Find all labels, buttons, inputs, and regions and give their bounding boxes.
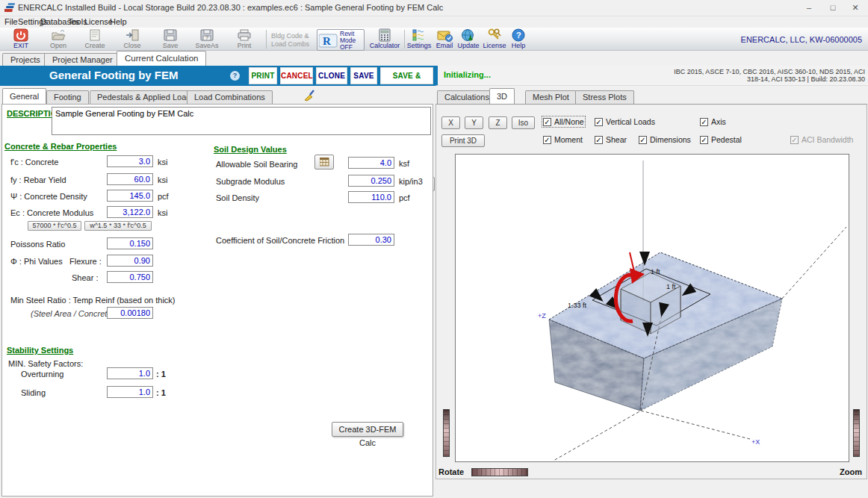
left-rotate-slider[interactable]: [443, 409, 450, 457]
tab-general[interactable]: General: [2, 88, 46, 104]
fy-input[interactable]: [107, 173, 153, 185]
rotate-slider[interactable]: [471, 468, 528, 476]
view-iso-button[interactable]: Iso: [512, 116, 535, 129]
soil-density-unit: pcf: [399, 193, 410, 202]
flexure-input[interactable]: [107, 255, 153, 267]
checkbox-icon: [639, 136, 647, 144]
calculator-button[interactable]: Calculator: [368, 28, 402, 49]
right-zoom-slider[interactable]: [853, 409, 860, 457]
close-button[interactable]: ✕: [844, 0, 867, 16]
fc-unit: ksi: [158, 158, 167, 166]
dim-left-label: 1.33 ft: [568, 302, 587, 309]
dim-right-label: 1 ft: [666, 283, 676, 290]
toolbar-separator: [266, 30, 267, 49]
checkbox-aci-bandwidth[interactable]: ACI Bandwidth: [790, 135, 853, 144]
create-3d-fem-button[interactable]: Create 3D-FEM Calc: [332, 422, 403, 437]
checkbox-moment[interactable]: Moment: [543, 135, 583, 144]
ec-formula2-button[interactable]: w^1.5 * 33 * f'c^0.5: [84, 221, 152, 231]
save-button[interactable]: Save: [153, 28, 187, 49]
checkbox-pedestal[interactable]: Pedestal: [700, 135, 742, 144]
subgrade-input[interactable]: [348, 175, 394, 187]
tab-3d[interactable]: 3D: [489, 88, 515, 104]
tab-calculations[interactable]: Calculations: [437, 90, 497, 104]
fc-input[interactable]: [107, 155, 153, 167]
view-z-button[interactable]: Z: [489, 116, 507, 129]
soil-bearing-input[interactable]: [348, 157, 394, 169]
power-icon: [13, 28, 28, 42]
ec-input[interactable]: [107, 206, 153, 218]
tab-mesh-plot[interactable]: Mesh Plot: [525, 90, 577, 104]
poissons-input[interactable]: [107, 237, 153, 249]
tab-load-combinations[interactable]: Load Combinations: [187, 90, 273, 104]
tab-pedestals-applied-loads[interactable]: Pedestals & Applied Loads: [90, 90, 202, 104]
save-close-button[interactable]: SAVE & CLOSE: [380, 67, 433, 84]
stability-heading: Stability Settings: [7, 346, 73, 355]
concrete-density-label: Ψ : Concrete Density: [10, 192, 87, 201]
print-button[interactable]: Print: [227, 28, 261, 49]
axis-z-label: +Z: [538, 312, 546, 320]
email-icon: [436, 28, 453, 42]
concrete-density-input[interactable]: [107, 190, 153, 202]
help-button[interactable]: ? Help: [501, 28, 536, 49]
menu-bar: File Settings Databases Tools License He…: [0, 16, 868, 28]
help-icon: ?: [512, 28, 525, 42]
tab-projects[interactable]: Projects: [2, 53, 49, 66]
sub-tab-row: General Footing Pedestals & Applied Load…: [0, 88, 868, 104]
checkbox-axis[interactable]: Axis: [700, 117, 726, 126]
checkbox-all-none[interactable]: All/None: [543, 117, 584, 126]
bldg-code-button[interactable]: Bldg Code & Load Combs: [271, 30, 314, 49]
close-label: Close: [115, 42, 149, 49]
min-steel-input[interactable]: [107, 307, 153, 319]
minimize-button[interactable]: –: [798, 0, 820, 16]
description-input[interactable]: Sample General Footing by FEM Calc: [52, 107, 431, 135]
soil-density-label: Soil Density: [216, 193, 259, 202]
window-title: ENERCALC Installed Build - Local Storage…: [18, 3, 443, 12]
clone-button[interactable]: CLONE: [316, 67, 347, 84]
globe-update-icon: [461, 28, 476, 42]
poissons-label: Poissons Ratio: [10, 240, 65, 249]
close-calc-button[interactable]: Close: [115, 28, 149, 49]
sweep-icon[interactable]: [303, 89, 316, 102]
sliding-input[interactable]: [107, 386, 153, 398]
tab-stress-plots[interactable]: Stress Plots: [575, 90, 634, 104]
enercalc-window: ENERCALC Installed Build - Local Storage…: [0, 0, 868, 498]
checkbox-vertical-loads[interactable]: Vertical Loads: [595, 117, 655, 126]
cancel-button[interactable]: CANCEL: [280, 67, 313, 84]
print-header-button[interactable]: PRINT: [249, 67, 277, 84]
shear-input[interactable]: [107, 271, 153, 283]
ec-formula1-button[interactable]: 57000 * f'c^0.5: [28, 221, 81, 231]
subgrade-label: Subgrade Modulus: [216, 177, 285, 186]
exit-button[interactable]: EXIT: [4, 28, 38, 49]
save-header-button[interactable]: SAVE: [350, 67, 377, 84]
menu-help[interactable]: Help: [107, 17, 130, 26]
saveas-button[interactable]: ? SaveAs: [190, 28, 224, 49]
print-label: Print: [227, 42, 261, 49]
revit-mode-button[interactable]: R Revit Mode OFF: [317, 29, 365, 51]
header-help-icon[interactable]: ?: [230, 71, 240, 81]
overturning-input[interactable]: [107, 367, 153, 379]
toolbar: EXIT Open Create Close: [0, 28, 868, 51]
tab-footing[interactable]: Footing: [46, 90, 89, 104]
friction-input[interactable]: [348, 234, 394, 246]
create-label: Create: [78, 42, 112, 49]
create-button[interactable]: Create: [78, 28, 112, 49]
floppy-icon: [163, 28, 178, 42]
3d-viewport[interactable]: 1 ft 1 ft 1.33 ft +Z +X: [455, 154, 849, 462]
soil-density-input[interactable]: [348, 191, 394, 203]
soil-bearing-table-button[interactable]: [314, 155, 334, 169]
open-button[interactable]: Open: [41, 28, 75, 49]
view-x-button[interactable]: X: [441, 116, 460, 129]
checkbox-shear[interactable]: Shear: [595, 135, 627, 144]
tab-project-manager[interactable]: Project Manager: [44, 53, 121, 66]
tab-current-calculation[interactable]: Current Calculation: [117, 51, 206, 66]
checkbox-icon: [543, 118, 551, 126]
fy-label: fy : Rebar Yield: [10, 175, 66, 184]
view-y-button[interactable]: Y: [465, 116, 483, 129]
sliding-suffix: : 1: [156, 388, 166, 397]
checkbox-dimensions[interactable]: Dimensions: [639, 135, 691, 144]
checkbox-icon: [700, 136, 708, 144]
maximize-button[interactable]: □: [822, 0, 844, 16]
zoom-label: Zoom: [840, 467, 862, 476]
axis-dashed-back: [782, 227, 846, 299]
print-3d-button[interactable]: Print 3D: [441, 134, 485, 147]
